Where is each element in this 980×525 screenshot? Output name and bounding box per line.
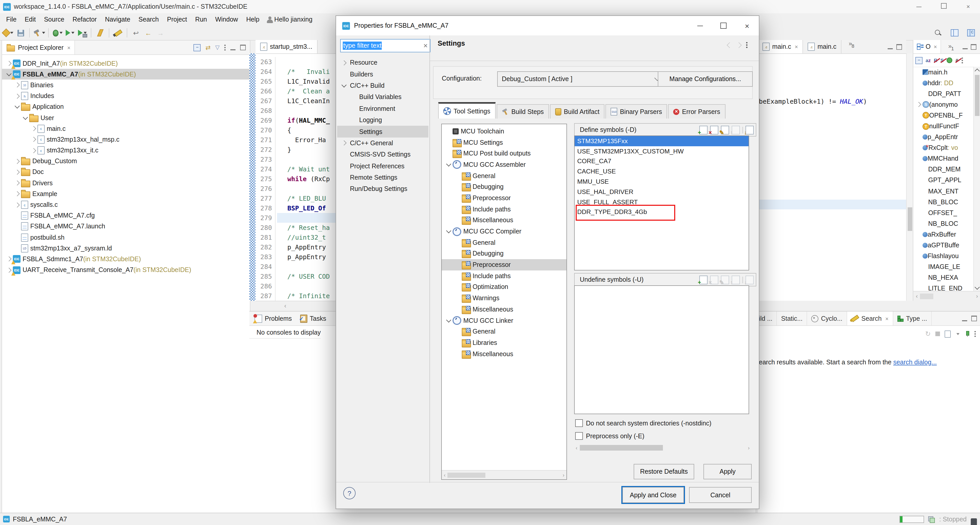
filter-icon[interactable]: ▽	[215, 44, 220, 51]
define-symbol-item[interactable]: CACHE_USE	[575, 167, 749, 177]
menu-refactor[interactable]: Refactor	[68, 16, 101, 23]
tree-item-general[interactable]: General	[442, 237, 566, 248]
tab-static-[interactable]: Static...	[777, 312, 807, 325]
define-symbol-item[interactable]: USE_STM32MP13XX_CUSTOM_HW	[575, 146, 749, 156]
outline-item[interactable]: TOPENBL_F	[913, 110, 974, 121]
tab-problems[interactable]: Problems	[255, 314, 292, 323]
close-icon[interactable]: ×	[67, 45, 70, 51]
tree-item-settings[interactable]: Settings	[337, 126, 428, 138]
expander[interactable]	[445, 231, 453, 232]
expander[interactable]	[13, 181, 21, 185]
tree-item-binaries[interactable]: 10Binaries	[2, 80, 250, 91]
clear-filter-icon[interactable]: ✕	[423, 42, 428, 49]
outline-item[interactable]: NB_BLOC	[913, 218, 974, 229]
apply-and-close-button[interactable]: Apply and Close	[622, 487, 684, 503]
tree-item-environment[interactable]: Environment	[337, 103, 428, 115]
outline-item[interactable]: main.h	[913, 67, 974, 78]
tab-project-explorer[interactable]: Project Explorer ×	[2, 41, 75, 54]
tree-item-stm32mp13xx-a7-sysram-ld[interactable]: LDstm32mp13xx_a7_sysram.ld	[2, 243, 250, 253]
pin-search-view-icon[interactable]	[964, 331, 970, 337]
add-symbol-icon[interactable]: +	[699, 126, 708, 134]
tree-item-build-variables[interactable]: Build Variables	[337, 91, 428, 103]
manage-configurations-button[interactable]: Manage Configurations...	[658, 72, 753, 87]
save-icon[interactable]	[15, 27, 26, 38]
outline-item[interactable]: MAX_ENT	[913, 186, 974, 197]
tab-overflow-indicator[interactable]: »8	[849, 40, 854, 53]
define-symbol-item[interactable]: STM32MP135Fxx	[575, 136, 749, 146]
outline-item[interactable]: LITLE_END	[913, 283, 974, 291]
hide-fields-icon[interactable]: R	[934, 57, 937, 63]
outline-item[interactable]: vRxCplt : vo	[913, 142, 974, 153]
flash-icon[interactable]	[94, 27, 106, 38]
link-with-editor-icon[interactable]: ⇄	[205, 44, 211, 51]
open-perspective-icon[interactable]	[949, 27, 960, 38]
window-maximize-button[interactable]	[938, 3, 949, 10]
tree-item-include-paths[interactable]: Include paths	[442, 204, 566, 215]
help-icon[interactable]: ?	[343, 487, 356, 500]
tree-item-project-references[interactable]: Project References	[337, 161, 428, 172]
tree-item-mcu-gcc-linker[interactable]: MCU GCC Linker	[442, 315, 566, 326]
tree-item-preprocessor[interactable]: Preprocessor	[442, 259, 566, 270]
tab-ild-[interactable]: ild ...	[758, 312, 777, 325]
apply-button[interactable]: Apply	[703, 464, 752, 479]
tree-item-include-paths[interactable]: Include paths	[442, 270, 566, 282]
outline-item[interactable]: TnullFunctF	[913, 121, 974, 132]
tree-item-c-c-general[interactable]: C/C++ General	[337, 137, 428, 149]
menu-navigate[interactable]: Navigate	[101, 16, 134, 23]
tab-outline[interactable]: O ×	[913, 40, 941, 53]
expander[interactable]	[445, 320, 453, 321]
checkbox-nostdinc[interactable]: Do not search system directories (-nostd…	[575, 419, 711, 427]
tree-item-miscellaneous[interactable]: Miscellaneous	[442, 348, 566, 360]
tree-item-fsbla-emmc-a7-launch[interactable]: FSBLA_eMMC_A7.launch	[2, 221, 250, 232]
tab-tool-settings[interactable]: Tool Settings	[438, 102, 495, 119]
sort-icon[interactable]: az	[926, 57, 931, 63]
cancel-search-icon[interactable]	[935, 331, 940, 336]
tree-item-includes[interactable]: hIncludes	[2, 91, 250, 101]
tree-item-mcu-gcc-compiler[interactable]: MCU GCC Compiler	[442, 226, 566, 237]
dialog-sash[interactable]	[430, 35, 430, 483]
cancel-button[interactable]: Cancel	[689, 487, 752, 503]
dialog-minimize-button[interactable]	[688, 16, 712, 35]
menu-window[interactable]: Window	[211, 16, 242, 23]
close-icon[interactable]: ×	[885, 315, 889, 321]
tree-item-drivers[interactable]: Drivers	[2, 178, 250, 188]
tree-item-run-debug-settings[interactable]: Run/Debug Settings	[337, 183, 428, 195]
search-magnifier-icon[interactable]	[932, 27, 943, 38]
outline-item[interactable]: OFFSET_	[913, 207, 974, 218]
back-icon[interactable]	[727, 42, 733, 48]
define-symbol-item[interactable]: USE_HAL_DRIVER	[575, 187, 749, 197]
tab-search[interactable]: Search×	[847, 312, 893, 325]
outline-vscrollbar[interactable]	[973, 67, 980, 291]
define-symbol-item[interactable]: MMU_USE	[575, 177, 749, 187]
forward-icon[interactable]	[736, 42, 742, 48]
search-flashlight-icon[interactable]	[112, 27, 124, 38]
tree-item-stm32mp13xx-it-c[interactable]: cstm32mp13xx_it.c	[2, 145, 250, 156]
dialog-maximize-button[interactable]	[712, 16, 735, 35]
expander[interactable]	[13, 203, 21, 207]
tree-item-stm32mp13xx-hal-msp-c[interactable]: cstm32mp13xx_hal_msp.c	[2, 134, 250, 145]
expander[interactable]	[13, 83, 21, 87]
outline-item[interactable]: S(anonymo	[913, 99, 974, 110]
outline-item[interactable]: DDR_PATT	[913, 88, 974, 99]
back-icon[interactable]: ←	[143, 27, 154, 38]
tree-item-user[interactable]: User	[2, 112, 250, 123]
checkbox-preprocess-only[interactable]: Preprocess only (-E)	[575, 432, 644, 440]
window-minimize-button[interactable]	[913, 3, 924, 10]
tab-tasks[interactable]: Tasks	[300, 314, 326, 323]
undefine-symbols-list[interactable]	[574, 285, 749, 414]
view-menu-icon[interactable]	[746, 41, 748, 48]
expander[interactable]	[22, 117, 29, 119]
cpp-perspective-icon[interactable]	[965, 27, 977, 38]
tree-item-warnings[interactable]: Warnings	[442, 293, 566, 304]
tree-item-preprocessor[interactable]: Preprocessor	[442, 192, 566, 204]
menu-source[interactable]: Source	[40, 16, 68, 23]
collapse-all-icon[interactable]: −	[915, 57, 923, 64]
tree-item-general[interactable]: General	[442, 170, 566, 181]
tree-item-example[interactable]: Example	[2, 189, 250, 199]
outline-hscrollbar[interactable]: ‹›	[913, 291, 980, 301]
tree-item-fsbla-emmc-a7-cfg[interactable]: FSBLA_eMMC_A7.cfg	[2, 210, 250, 221]
expander[interactable]	[30, 149, 37, 152]
expander[interactable]	[915, 103, 923, 107]
tree-item-remote-settings[interactable]: Remote Settings	[337, 172, 428, 183]
expander[interactable]	[13, 94, 21, 98]
